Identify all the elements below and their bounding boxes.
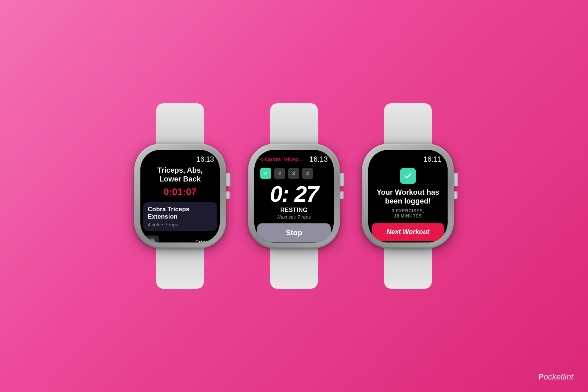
watch-1-timer: 0:01:07	[140, 186, 220, 198]
watch-1-band-top	[156, 103, 204, 144]
watch-1-title: Triceps, Abs, Lower Back	[140, 166, 220, 183]
watch-1-case: 16:13 Triceps, Abs, Lower Back 0:01:07 C…	[134, 144, 226, 248]
watch-2-header: < Cobra Tricep... 16:13	[254, 150, 334, 166]
next-workout-button[interactable]: Next Workout	[372, 223, 444, 241]
watch-2-countdown: 0: 27	[254, 183, 334, 205]
branding-p: P	[538, 372, 544, 381]
watch-3: 16:11 Your Workout has been logged! 3 EX…	[362, 103, 454, 289]
watch-3-crown	[454, 173, 458, 186]
watch-3-band-top	[384, 103, 432, 144]
watch-3-message: Your Workout has been logged!	[368, 188, 448, 205]
muscle-icon	[145, 235, 159, 242]
watch-1-screen: 16:13 Triceps, Abs, Lower Back 0:01:07 C…	[140, 150, 220, 242]
watch-2-stop-button[interactable]: Stop	[257, 223, 331, 242]
set-dot-1: ✓	[260, 168, 271, 179]
watch-2-band-top	[270, 103, 318, 144]
watch-2-screen: < Cobra Tricep... 16:13 ✓ 2 3 4 0: 27 RE…	[254, 150, 334, 242]
set-dot-3: 3	[288, 168, 299, 179]
watch-3-case: 16:11 Your Workout has been logged! 3 EX…	[362, 144, 454, 248]
watch-3-stats-text: 3 EXERCISES,18 MINUTES	[392, 208, 424, 219]
watch-1-exercise-name: Cobra Triceps Extension	[148, 206, 212, 221]
watch-1-muscle-label: Triceps	[195, 239, 215, 242]
watch-1: 16:13 Triceps, Abs, Lower Back 0:01:07 C…	[134, 103, 226, 289]
watch-3-stats: 3 EXERCISES,18 MINUTES	[392, 208, 424, 219]
watch-2-band-bottom	[270, 248, 318, 289]
watch-3-content: 16:11 Your Workout has been logged! 3 EX…	[368, 150, 448, 241]
watch-3-time: 16:11	[423, 155, 442, 163]
watch-2-body: < Cobra Tricep... 16:13 ✓ 2 3 4 0: 27 RE…	[248, 103, 340, 289]
check-icon	[400, 168, 416, 184]
watch-2-status: RESTING	[254, 207, 334, 213]
watch-1-time: 16:13	[196, 155, 214, 163]
watch-3-side-button	[454, 191, 458, 199]
watch-2-crown	[340, 173, 344, 186]
watch-1-crown	[226, 173, 230, 186]
watch-1-exercise-meta: 4 sets • 7 reps	[148, 222, 212, 227]
checkmark-svg	[404, 172, 412, 180]
watch-3-body: 16:11 Your Workout has been logged! 3 EX…	[362, 103, 454, 289]
watch-2-next-set: Next set: 7 reps	[254, 214, 334, 220]
set-dot-4: 4	[302, 168, 313, 179]
watch-1-bottom: Triceps	[140, 233, 220, 242]
watch-2-time: 16:13	[309, 155, 328, 163]
watch-1-body: 16:13 Triceps, Abs, Lower Back 0:01:07 C…	[134, 103, 226, 289]
watch-1-header: 16:13	[140, 150, 220, 166]
watch-3-header: 16:11	[368, 150, 448, 166]
watch-1-band-bottom	[156, 248, 204, 289]
watch-2-sets: ✓ 2 3 4	[254, 166, 334, 181]
watch-3-band-bottom	[384, 248, 432, 289]
watch-2-side-button	[340, 191, 344, 199]
pocketlint-branding: Pocketlint	[538, 372, 573, 382]
watch-1-content: 16:13 Triceps, Abs, Lower Back 0:01:07 C…	[140, 150, 220, 242]
watches-container: 16:13 Triceps, Abs, Lower Back 0:01:07 C…	[134, 103, 454, 289]
watch-2-content: < Cobra Tricep... 16:13 ✓ 2 3 4 0: 27 RE…	[254, 150, 334, 242]
watch-1-side-button	[226, 191, 230, 199]
watch-2-exercise-title: < Cobra Tricep...	[260, 156, 303, 162]
watch-2-case: < Cobra Tricep... 16:13 ✓ 2 3 4 0: 27 RE…	[248, 144, 340, 248]
branding-rest: ocketlint	[544, 372, 573, 381]
watch-2: < Cobra Tricep... 16:13 ✓ 2 3 4 0: 27 RE…	[248, 103, 340, 289]
svg-point-4	[150, 241, 154, 242]
watch-1-exercise-card: Cobra Triceps Extension 4 sets • 7 reps	[143, 202, 217, 231]
set-dot-2: 2	[274, 168, 285, 179]
watch-3-screen: 16:11 Your Workout has been logged! 3 EX…	[368, 150, 448, 242]
